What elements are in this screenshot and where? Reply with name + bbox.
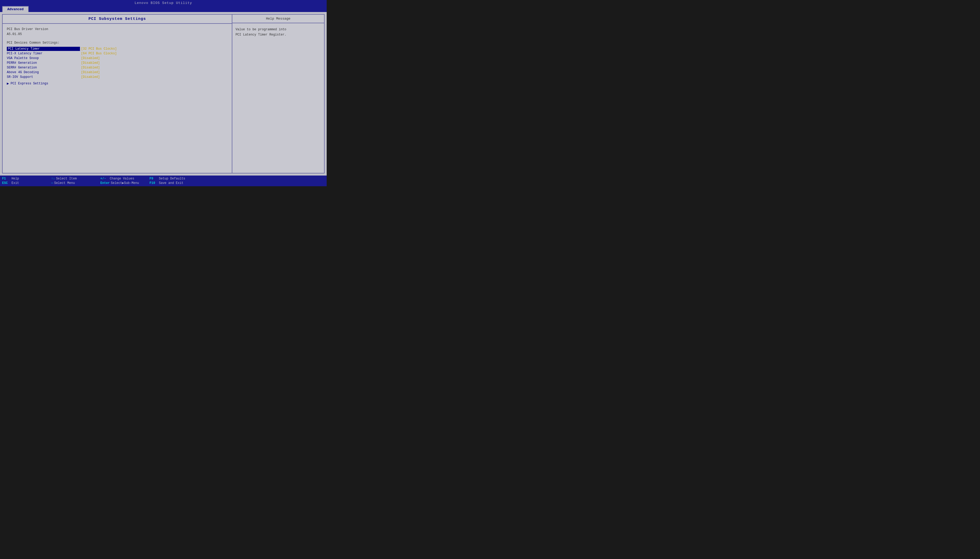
pci-latency-timer-value: [32 PCI Bus Clocks] (80, 47, 118, 51)
panel-title: PCI Subsystem Settings (3, 15, 232, 24)
plusminus-group: +/- Change Values (100, 177, 147, 180)
f9-key[interactable]: F9 (149, 177, 158, 180)
left-panel: PCI Subsystem Settings PCI Bus Driver Ve… (2, 14, 232, 174)
esc-desc: Exit (12, 181, 19, 185)
right-panel: Help Message Value to be programmed into… (232, 14, 324, 174)
submenu-row[interactable]: ▶ PCI Express Settings (7, 81, 228, 86)
driver-line1: PCI Bus Driver Version (7, 27, 228, 32)
leftright-group: ↔ Select Menu (51, 181, 98, 185)
table-row[interactable]: SERR# Generation [Disabled] (7, 66, 228, 70)
enter-desc: Select▶Sub-Menu (111, 181, 139, 185)
table-row[interactable]: PCI Latency Timer [32 PCI Bus Clocks] (7, 47, 228, 51)
perr-generation-value: [Disabled] (80, 61, 101, 65)
pcix-latency-timer-value: [64 PCI Bus Clocks] (80, 51, 118, 56)
driver-line2: A5.01.05 (7, 32, 228, 37)
f1-key[interactable]: F1 (2, 177, 10, 180)
title-bar: Lenovo BIOS Setup Utility (0, 0, 327, 6)
sr-iov-support-value: [Disabled] (80, 75, 101, 79)
submenu-arrow-icon: ▶ (7, 81, 9, 86)
bottom-row-2: ESC Exit ↔ Select Menu Enter Select▶Sub-… (2, 181, 324, 185)
serr-generation-name[interactable]: SERR# Generation (7, 66, 80, 69)
f10-desc: Save and Exit (159, 181, 184, 185)
plusminus-desc: Change Values (110, 177, 134, 180)
updown-group: ↑↓ Select Item (51, 177, 98, 180)
perr-generation-name[interactable]: PERR# Generation (7, 61, 80, 65)
vga-palette-snoop-value: [Disabled] (80, 56, 101, 60)
updown-desc: Select Item (56, 177, 76, 180)
table-row[interactable]: SR-IOV Support [Disabled] (7, 75, 228, 79)
esc-key[interactable]: ESC (2, 181, 10, 185)
bottom-bar: F1 Help ↑↓ Select Item +/- Change Values… (0, 175, 327, 186)
esc-group: ESC Exit (2, 181, 49, 185)
driver-info: PCI Bus Driver Version A5.01.05 (7, 27, 228, 37)
f9-group: F9 Setup Defaults (149, 177, 197, 180)
serr-generation-value: [Disabled] (80, 66, 101, 70)
leftright-icon: ↔ (51, 181, 53, 185)
main-area: PCI Subsystem Settings PCI Bus Driver Ve… (0, 12, 327, 175)
help-line2: PCI Latency Timer Register. (235, 32, 321, 37)
above-4g-decoding-value: [Disabled] (80, 70, 101, 74)
panel-content: PCI Bus Driver Version A5.01.05 PCI Devi… (3, 24, 232, 173)
pcix-latency-timer-name[interactable]: PCI-X Latency Timer (7, 52, 80, 55)
table-row[interactable]: Above 4G Decoding [Disabled] (7, 70, 228, 74)
table-row[interactable]: PCI-X Latency Timer [64 PCI Bus Clocks] (7, 51, 228, 56)
bottom-row-1: F1 Help ↑↓ Select Item +/- Change Values… (2, 177, 324, 181)
common-settings-label: PCI Devices Common Settings: (7, 41, 228, 45)
f10-key[interactable]: F10 (149, 181, 158, 185)
help-content: Value to be programmed into PCI Latency … (232, 23, 324, 41)
leftright-desc: Select Menu (54, 181, 75, 185)
plusminus-key[interactable]: +/- (100, 177, 109, 180)
f1-desc: Help (12, 177, 19, 180)
enter-group: Enter Select▶Sub-Menu (100, 181, 147, 185)
f1-help-group: F1 Help (2, 177, 49, 180)
updown-icon: ↑↓ (51, 177, 55, 180)
f10-group: F10 Save and Exit (149, 181, 197, 185)
pci-latency-timer-name[interactable]: PCI Latency Timer (7, 47, 80, 51)
settings-grid: PCI Latency Timer [32 PCI Bus Clocks] PC… (7, 47, 228, 79)
pci-express-settings-item[interactable]: PCI Express Settings (10, 82, 48, 85)
bios-screen: Lenovo BIOS Setup Utility Advanced PCI S… (0, 0, 327, 186)
f9-desc: Setup Defaults (159, 177, 185, 180)
vga-palette-snoop-name[interactable]: VGA Palette Snoop (7, 56, 80, 60)
help-line1: Value to be programmed into (235, 27, 321, 32)
bios-title: Lenovo BIOS Setup Utility (134, 1, 192, 5)
help-title: Help Message (232, 15, 324, 23)
enter-key[interactable]: Enter (100, 181, 110, 185)
table-row[interactable]: PERR# Generation [Disabled] (7, 61, 228, 65)
sr-iov-support-name[interactable]: SR-IOV Support (7, 75, 80, 79)
table-row[interactable]: VGA Palette Snoop [Disabled] (7, 56, 228, 60)
above-4g-decoding-name[interactable]: Above 4G Decoding (7, 71, 80, 74)
tab-bar: Advanced (0, 6, 327, 12)
tab-advanced[interactable]: Advanced (2, 6, 29, 12)
